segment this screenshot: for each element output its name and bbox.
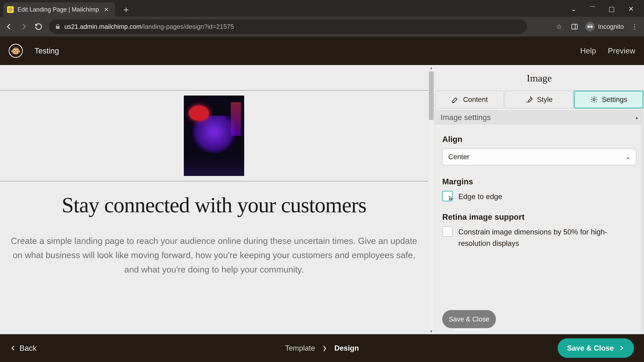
nav-forward-icon <box>20 22 28 31</box>
back-button[interactable]: Back <box>10 344 36 353</box>
settings-panel: Image Content Style Settings Image setti… <box>434 65 644 334</box>
scroll-up-icon[interactable]: ▲ <box>428 65 434 71</box>
svg-point-1 <box>593 98 595 101</box>
bookmark-star-icon[interactable]: ☆ <box>554 22 564 31</box>
align-select[interactable]: Center ⌄ <box>442 148 636 165</box>
tab-settings-label: Settings <box>602 95 627 104</box>
caret-up-icon: ▴ <box>636 115 638 120</box>
edge-to-edge-label: Edge to edge <box>458 191 502 202</box>
window-controls: ⌄ — ▢ ✕ <box>571 0 644 13</box>
panel-title: Image <box>434 65 644 91</box>
incognito-icon: 🕶 <box>585 22 595 31</box>
chevron-left-icon <box>10 345 16 351</box>
tab-settings[interactable]: Settings <box>574 91 643 108</box>
browser-tab[interactable]: 🐵 Edit Landing Page | Mailchimp ✕ <box>3 2 115 17</box>
preview-link[interactable]: Preview <box>608 46 635 55</box>
tab-style-label: Style <box>537 95 552 104</box>
help-link[interactable]: Help <box>580 46 596 55</box>
editor-canvas[interactable]: Stay connected with your customers Creat… <box>0 65 434 334</box>
editor-footer: Back Template ❯ Design Save & Close <box>0 334 644 362</box>
save-close-label: Save & Close <box>567 344 614 352</box>
gear-icon <box>590 95 598 104</box>
address-bar: us21.admin.mailchimp.com/landing-pages/d… <box>0 17 644 36</box>
tab-style[interactable]: Style <box>505 91 574 108</box>
minimize-icon[interactable]: — <box>590 3 595 11</box>
chevron-right-icon: ❯ <box>322 345 327 351</box>
scroll-thumb[interactable] <box>429 71 434 120</box>
tab-title: Edit Landing Page | Mailchimp <box>18 6 99 13</box>
page-name: Testing <box>34 46 59 55</box>
new-tab-button[interactable]: ＋ <box>122 5 130 14</box>
tab-content-label: Content <box>463 95 488 104</box>
retina-checkbox-label: Constrain image dimensions by 50% for hi… <box>458 226 636 249</box>
mailchimp-logo-icon[interactable]: 🐵 <box>9 44 23 58</box>
scroll-down-icon[interactable]: ▼ <box>428 329 434 334</box>
align-label: Align <box>442 135 636 144</box>
brush-icon <box>525 95 533 104</box>
align-value: Center <box>448 153 470 161</box>
panel-tabs: Content Style Settings <box>434 91 644 108</box>
lock-icon <box>55 24 61 30</box>
retina-checkbox[interactable] <box>442 226 453 237</box>
reload-icon[interactable] <box>34 22 43 31</box>
kebab-menu-icon[interactable]: ⋮ <box>630 22 639 31</box>
panel-scrollbar[interactable] <box>641 110 644 333</box>
tab-strip: 🐵 Edit Landing Page | Mailchimp ✕ ＋ ⌄ — … <box>0 0 644 17</box>
close-window-icon[interactable]: ✕ <box>628 5 634 13</box>
incognito-label: Incognito <box>598 23 624 30</box>
placeholder-image[interactable] <box>184 95 244 176</box>
nav-back-icon[interactable] <box>5 22 14 31</box>
section-header[interactable]: Image settings ▴ <box>434 110 644 124</box>
retina-label: Retina image support <box>442 212 636 222</box>
url-text: us21.admin.mailchimp.com/landing-pages/d… <box>64 23 234 30</box>
body-text[interactable]: Create a simple landing page to reach yo… <box>0 224 428 277</box>
save-close-button[interactable]: Save & Close <box>558 338 634 358</box>
step-design[interactable]: Design <box>334 344 359 352</box>
chevron-right-icon <box>618 345 624 351</box>
back-label: Back <box>20 344 36 353</box>
panel-save-close-button[interactable]: Save & Close <box>442 310 496 328</box>
incognito-indicator[interactable]: 🕶 Incognito <box>585 22 624 31</box>
step-template[interactable]: Template <box>285 344 315 352</box>
chevron-down-icon: ⌄ <box>626 153 630 160</box>
maximize-icon[interactable]: ▢ <box>608 5 615 13</box>
chevron-down-icon[interactable]: ⌄ <box>571 5 576 13</box>
mailchimp-favicon-icon: 🐵 <box>7 6 14 13</box>
breadcrumb: Template ❯ Design <box>285 344 359 352</box>
tab-content[interactable]: Content <box>435 91 504 108</box>
image-block[interactable] <box>0 90 428 181</box>
url-field[interactable]: us21.admin.mailchimp.com/landing-pages/d… <box>49 19 527 34</box>
canvas-scrollbar[interactable]: ▲ ▼ <box>428 65 434 334</box>
side-panel-icon[interactable] <box>570 22 579 31</box>
headline-text[interactable]: Stay connected with your customers <box>0 181 428 224</box>
edge-to-edge-checkbox[interactable] <box>442 191 453 201</box>
close-tab-icon[interactable]: ✕ <box>103 5 110 14</box>
app-header: 🐵 Testing Help Preview <box>0 36 644 65</box>
section-title: Image settings <box>440 113 491 122</box>
pencil-icon <box>451 95 459 104</box>
svg-rect-0 <box>572 24 577 29</box>
margins-label: Margins <box>442 177 636 186</box>
